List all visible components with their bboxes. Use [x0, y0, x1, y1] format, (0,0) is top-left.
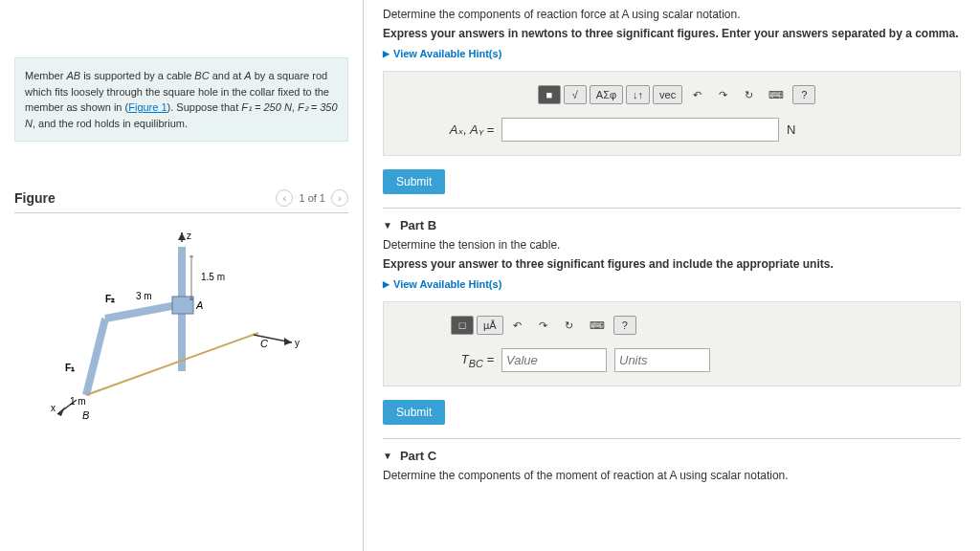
partb-value-input[interactable]	[501, 348, 607, 372]
units-button[interactable]: µÅ	[477, 316, 503, 335]
help-button[interactable]: ?	[792, 85, 815, 104]
subscript-button[interactable]: ↓↑	[626, 85, 650, 104]
partb-label: TBC =	[432, 352, 494, 369]
right-panel: Determine the components of reaction for…	[364, 0, 980, 551]
svg-text:B: B	[82, 409, 89, 421]
pager-label: 1 of 1	[299, 192, 325, 204]
svg-text:F₂: F₂	[105, 294, 115, 304]
svg-text:z: z	[187, 231, 191, 241]
parta-submit-button[interactable]: Submit	[383, 169, 445, 194]
help-button[interactable]: ?	[613, 316, 636, 335]
redo-button[interactable]: ↷	[532, 317, 555, 335]
parta-label: Aₓ, Aᵧ =	[432, 122, 494, 137]
partb-header[interactable]: Part B	[383, 208, 961, 238]
left-panel: Member AB is supported by a cable BC and…	[0, 0, 364, 551]
figure-diagram: z y x A B C F₁ F₂ 1.5 m 3 m 1 m	[48, 228, 316, 438]
keyboard-button[interactable]: ⌨	[584, 317, 611, 335]
keyboard-button[interactable]: ⌨	[763, 86, 790, 104]
parta-answer-box: ■ √ ΑΣφ ↓↑ vec ↶ ↷ ↻ ⌨ ? Aₓ, Aᵧ = N	[383, 71, 961, 156]
svg-text:1 m: 1 m	[70, 396, 86, 407]
figure-header: Figure ‹ 1 of 1 ›	[14, 189, 348, 213]
svg-text:F₁: F₁	[65, 363, 75, 373]
pager-prev-button[interactable]: ‹	[276, 189, 293, 207]
problem-statement: Member AB is supported by a cable BC and…	[14, 57, 348, 142]
vec-button[interactable]: vec	[653, 85, 682, 104]
figure-link[interactable]: Figure 1	[128, 101, 167, 113]
parta-toolbar: ■ √ ΑΣφ ↓↑ vec ↶ ↷ ↻ ⌨ ?	[432, 85, 922, 104]
undo-button[interactable]: ↶	[685, 86, 708, 104]
greek-button[interactable]: ΑΣφ	[590, 85, 623, 104]
figure-title: Figure	[14, 190, 56, 206]
svg-text:C: C	[260, 338, 268, 349]
figure-pager: ‹ 1 of 1 ›	[276, 189, 348, 207]
undo-button[interactable]: ↶	[506, 317, 529, 335]
partb-units-input[interactable]	[614, 348, 710, 372]
reset-button[interactable]: ↻	[737, 86, 760, 104]
partb-toolbar: □ µÅ ↶ ↷ ↻ ⌨ ?	[451, 316, 807, 335]
parta-answer-input[interactable]	[501, 118, 779, 142]
svg-marker-10	[57, 407, 65, 416]
template-button[interactable]: ■	[538, 85, 561, 104]
svg-line-3	[86, 333, 258, 395]
partb-submit-button[interactable]: Submit	[383, 400, 445, 425]
partb-hints-link[interactable]: View Available Hint(s)	[383, 278, 961, 290]
parta-hints-link[interactable]: View Available Hint(s)	[383, 48, 961, 59]
sqrt-button[interactable]: √	[564, 85, 587, 104]
template-button[interactable]: □	[451, 316, 474, 335]
svg-line-1	[105, 304, 182, 319]
redo-button[interactable]: ↷	[711, 86, 734, 104]
partb-instruction: Express your answer to three significant…	[383, 257, 961, 271]
pager-next-button[interactable]: ›	[331, 189, 348, 207]
svg-text:A: A	[195, 299, 203, 311]
reset-button[interactable]: ↻	[558, 317, 581, 335]
svg-text:1.5 m: 1.5 m	[201, 272, 225, 282]
parta-prompt: Determine the components of reaction for…	[383, 8, 961, 21]
svg-line-2	[86, 319, 105, 395]
svg-marker-8	[178, 232, 186, 240]
partb-prompt: Determine the tension in the cable.	[383, 238, 961, 252]
parta-instruction: Express your answers in newtons to three…	[383, 27, 961, 40]
partb-answer-box: □ µÅ ↶ ↷ ↻ ⌨ ? TBC =	[383, 301, 961, 386]
parta-unit: N	[787, 122, 795, 137]
partc-header[interactable]: Part C	[383, 438, 961, 469]
svg-text:y: y	[295, 338, 300, 348]
svg-text:3 m: 3 m	[136, 291, 152, 301]
partc-prompt: Determine the components of the moment o…	[383, 469, 961, 482]
svg-text:x: x	[51, 403, 56, 413]
